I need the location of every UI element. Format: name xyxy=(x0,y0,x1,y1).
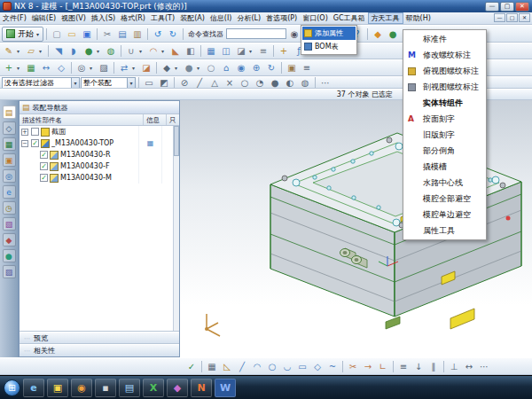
window-maximize-button[interactable]: ▢ xyxy=(500,2,514,12)
fangtian-menu-item-6[interactable]: A按面刻字 xyxy=(403,111,486,127)
doc-close-button[interactable]: ✕ xyxy=(519,13,530,22)
selection-filter-dropdown[interactable]: 没有选择过滤器▾ xyxy=(2,77,80,89)
column-header-2[interactable]: 信息 xyxy=(144,114,167,125)
assembly-navigator-tab[interactable]: ▤ xyxy=(3,106,16,119)
start-button[interactable]: ⊞ xyxy=(4,379,20,396)
expander-icon[interactable]: + xyxy=(21,129,28,136)
measure-distance-button[interactable]: ⇄ xyxy=(117,61,131,74)
fangtian-menu-item-8[interactable]: 部分倒角 xyxy=(403,143,486,159)
media-player-icon[interactable]: ◉ xyxy=(71,379,92,397)
fangtian-menu-item-1[interactable]: 标准件 xyxy=(403,31,486,47)
profile-button[interactable]: ◺ xyxy=(220,360,234,373)
snap-more-button[interactable]: ⋯ xyxy=(318,76,332,89)
quick-trim-button[interactable]: ✂ xyxy=(346,360,360,373)
explorer-icon[interactable]: ▣ xyxy=(47,379,68,397)
pattern-feature-button[interactable]: ▦ xyxy=(204,44,218,58)
title-bar[interactable]: NX 8 - 建模 - [_M13A00430-TOP.prt (修改的)] —… xyxy=(0,0,532,12)
checkbox[interactable]: ✓ xyxy=(40,162,48,170)
intersection-snap-button[interactable]: × xyxy=(223,76,237,89)
fangtian-menu-item-12[interactable]: 模腔单边避空 xyxy=(403,207,486,223)
paste-button[interactable]: ▥ xyxy=(130,27,145,41)
add-component-button-caret[interactable]: ▾ xyxy=(17,65,23,71)
fangtian-menu-item-11[interactable]: 模腔全部避空 xyxy=(403,191,486,207)
revolve-button[interactable]: ◗ xyxy=(66,44,81,58)
navigator-scrollbar-thumb[interactable] xyxy=(174,126,179,156)
fangtian-menu-item-5[interactable]: 实体转组件 xyxy=(403,95,486,111)
fit-view-button[interactable]: ⌂ xyxy=(219,61,233,74)
process-studio-tab[interactable]: ▧ xyxy=(3,217,16,231)
shaded-view-button[interactable]: ● xyxy=(182,61,196,74)
no-snap-button[interactable]: ⊘ xyxy=(177,76,192,89)
nx-icon[interactable]: N xyxy=(191,379,212,397)
circle-button[interactable]: ○ xyxy=(265,360,279,373)
pan-button[interactable]: ⊕ xyxy=(249,61,263,74)
midpoint-snap-button[interactable]: △ xyxy=(207,76,222,89)
zoom-button[interactable]: ◉ xyxy=(234,61,248,74)
orient-view-button[interactable]: ◆ xyxy=(160,61,174,74)
save-button[interactable]: ▣ xyxy=(80,27,94,41)
measure-distance-button-caret[interactable]: ▾ xyxy=(132,65,138,71)
datum-plane-button[interactable]: ▱ xyxy=(24,44,38,58)
orient-view-button-caret[interactable]: ▾ xyxy=(175,65,181,71)
sketch-button[interactable]: ✎ xyxy=(2,44,16,58)
edit-object-display-button[interactable]: ▨ xyxy=(97,61,111,74)
menu-item-13[interactable]: 方天工具 xyxy=(368,12,403,24)
extrude-button[interactable]: ◥ xyxy=(51,44,66,58)
cut-button[interactable]: ✂ xyxy=(100,27,114,41)
section-preview[interactable]: ⋯预览 xyxy=(20,332,179,344)
tree-row-3[interactable]: ✓M13A00430-R xyxy=(20,149,173,160)
rectangle-button[interactable]: ▭ xyxy=(295,360,309,373)
fangtian-menu-item-9[interactable]: 撬模槽 xyxy=(403,159,486,175)
finish-sketch-button[interactable]: ✓ xyxy=(184,360,199,373)
sketch-button-caret[interactable]: ▾ xyxy=(17,48,23,54)
datum-csys-button[interactable]: + xyxy=(277,44,291,58)
role-button[interactable]: ● xyxy=(386,27,400,41)
constraint-navigator-tab[interactable]: ◇ xyxy=(3,121,16,135)
quick-menu-item-1[interactable]: 添加属性 xyxy=(302,27,356,40)
window-minimize-button[interactable]: — xyxy=(485,2,499,12)
redo-button[interactable]: ↻ xyxy=(166,27,180,41)
menu-item-14[interactable]: 帮助(H) xyxy=(403,12,434,24)
menu-item-1[interactable]: 文件(F) xyxy=(0,12,29,24)
section-dependencies[interactable]: ⋯相关性 xyxy=(20,344,179,356)
spline-button[interactable]: ~ xyxy=(325,360,340,373)
constraints-button[interactable]: ⊥ xyxy=(447,360,461,373)
derived-lines-button[interactable]: ∥ xyxy=(426,360,441,373)
trim-body-button-caret[interactable]: ▾ xyxy=(249,48,255,54)
make-corner-button[interactable]: ∟ xyxy=(376,360,390,373)
tree-row-4[interactable]: ✓M13A00430-F xyxy=(20,160,173,172)
menu-item-12[interactable]: GC工具箱 xyxy=(331,12,368,24)
fangtian-menu-item-4[interactable]: 剖视图螺纹标注 xyxy=(403,79,486,95)
menu-item-6[interactable]: 工具(T) xyxy=(148,12,177,24)
fangtian-menu-item-3[interactable]: 俯视图螺纹标注 xyxy=(403,63,486,79)
part-navigator-tab[interactable]: ▦ xyxy=(3,137,16,151)
undo-button[interactable]: ↺ xyxy=(151,27,165,41)
checkbox[interactable]: ✓ xyxy=(40,174,48,182)
section-view-button[interactable]: ◪ xyxy=(139,61,153,74)
manufacturing-wizard-tab[interactable]: ◆ xyxy=(3,233,16,246)
arc-button[interactable]: ◠ xyxy=(250,360,264,373)
tree-row-2[interactable]: −✓_M13A00430-TOP▦ xyxy=(20,137,173,149)
doc-restore-button[interactable]: ▢ xyxy=(506,13,518,22)
shell-button[interactable]: ◧ xyxy=(184,44,198,58)
offset-face-button[interactable]: ≡ xyxy=(256,44,270,58)
show-hide-button[interactable]: ◎ xyxy=(74,61,89,74)
fangtian-menu-item-7[interactable]: 旧版刻字 xyxy=(403,127,486,143)
notepad-icon[interactable]: ▤ xyxy=(119,379,140,397)
quick-menu-item-2[interactable]: BOM表 xyxy=(302,40,356,53)
hd3d-tools-tab[interactable]: ◎ xyxy=(3,169,16,183)
more-sketch-button[interactable]: ⋯ xyxy=(477,360,491,373)
fangtian-menu-item-2[interactable]: M修改螺纹标注 xyxy=(403,47,486,63)
app-icon[interactable]: ◆ xyxy=(167,379,188,397)
wireframe-view-button[interactable]: ○ xyxy=(204,61,218,74)
rotate-view-button[interactable]: ↻ xyxy=(264,61,278,74)
unite-button[interactable]: ∪ xyxy=(124,44,138,58)
snapshot-button[interactable]: ▣ xyxy=(285,61,299,74)
doc-minimize-button[interactable]: — xyxy=(494,13,505,22)
menu-item-8[interactable]: 信息(I) xyxy=(207,12,235,24)
menu-item-2[interactable]: 编辑(E) xyxy=(29,12,59,24)
menu-item-10[interactable]: 首选项(P) xyxy=(263,12,300,24)
trim-body-button[interactable]: ◪ xyxy=(234,44,248,58)
assembly-constraints-button[interactable]: ◇ xyxy=(54,61,68,74)
polygon-button[interactable]: ◇ xyxy=(310,360,325,373)
